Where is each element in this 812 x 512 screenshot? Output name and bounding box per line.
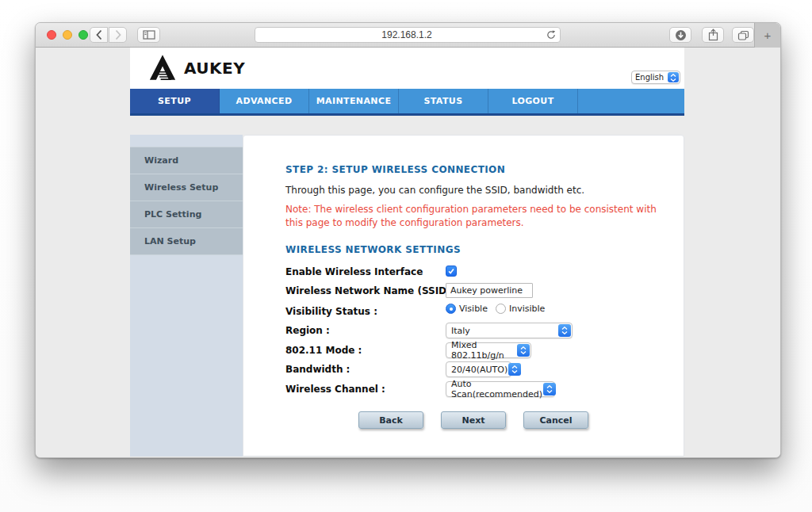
sidebar-item-plc-setting[interactable]: PLC Setting (130, 201, 243, 228)
language-select[interactable]: English (631, 71, 680, 84)
tab-setup[interactable]: SETUP (130, 89, 220, 113)
invisible-radio-label: Invisible (509, 304, 545, 314)
sidebar-item-wireless-setup[interactable]: Wireless Setup (130, 174, 243, 201)
tab-maintenance[interactable]: MAINTENANCE (309, 89, 399, 113)
sidebar-icon (143, 30, 155, 40)
language-select-value: English (635, 73, 664, 82)
field-row-enable-wireless: Enable Wireless Interface (285, 264, 666, 281)
ssid-input[interactable] (446, 283, 533, 298)
browser-toolbar: 192.168.1.2 (36, 23, 780, 48)
note-text: Note: The wireless client configuration … (285, 203, 666, 230)
step-title: STEP 2: SETUP WIRELESS CONNECTION (285, 164, 505, 175)
section-title: WIRELESS NETWORK SETTINGS (285, 244, 461, 255)
bandwidth-select[interactable]: 20/40(AUTO) (446, 361, 511, 377)
select-stepper-icon (668, 72, 679, 82)
field-row-channel: Wireless Channel : Auto Scan(recommended… (285, 381, 666, 399)
minimize-window-button[interactable] (63, 30, 72, 40)
reload-button[interactable] (544, 30, 558, 40)
site-header: AUKEY English (130, 48, 684, 89)
reload-icon (546, 30, 556, 40)
ssid-label: Wireless Network Name (SSID) : (285, 285, 458, 296)
enable-wireless-checkbox[interactable] (446, 266, 457, 277)
tab-logout[interactable]: LOGOUT (488, 89, 578, 113)
select-stepper-icon (508, 363, 521, 376)
visibility-label: Visibility Status : (285, 306, 377, 317)
tab-status[interactable]: STATUS (399, 89, 488, 113)
select-stepper-icon (543, 383, 556, 395)
chevron-left-icon (95, 29, 103, 40)
sidebar-toggle-button[interactable] (137, 27, 160, 43)
back-form-button[interactable]: Back (358, 411, 423, 429)
checkmark-icon (447, 267, 455, 275)
bandwidth-select-value: 20/40(AUTO) (451, 365, 508, 375)
field-row-mode: 802.11 Mode : Mixed 802.11b/g/n (285, 342, 666, 360)
tab-overview-button[interactable] (732, 27, 754, 43)
downloads-button[interactable] (669, 27, 691, 43)
close-window-button[interactable] (47, 30, 56, 40)
desktop: 192.168.1.2 (0, 0, 812, 512)
field-row-visibility: Visibility Status : Visible Invisible (285, 304, 666, 321)
field-row-region: Region : Italy (285, 323, 666, 340)
webpage: AUKEY English SETUP ADVANCED MAINTENANCE… (36, 48, 780, 458)
brand: AUKEY (147, 54, 245, 82)
main-navigation: SETUP ADVANCED MAINTENANCE STATUS LOGOUT (130, 89, 684, 116)
site-container: AUKEY English SETUP ADVANCED MAINTENANCE… (130, 48, 684, 458)
channel-label: Wireless Channel : (285, 384, 385, 395)
mode-select-value: Mixed 802.11b/g/n (451, 340, 516, 361)
zoom-window-button[interactable] (79, 30, 88, 40)
next-form-button[interactable]: Next (441, 411, 506, 429)
region-select-value: Italy (451, 326, 470, 336)
aukey-logo-icon (147, 54, 178, 82)
channel-select-value: Auto Scan(recommended) (451, 379, 542, 399)
spacer (130, 116, 684, 135)
field-row-ssid: Wireless Network Name (SSID) : (285, 283, 666, 300)
mode-select[interactable]: Mixed 802.11b/g/n (446, 342, 531, 358)
enable-wireless-label: Enable Wireless Interface (285, 266, 423, 277)
invisible-radio[interactable] (496, 304, 506, 314)
sidebar-item-lan-setup[interactable]: LAN Setup (130, 228, 243, 255)
select-stepper-icon (558, 324, 571, 337)
chevron-right-icon (114, 29, 122, 40)
forward-button[interactable] (109, 27, 127, 43)
content-panel: Wizard Wireless Setup PLC Setting LAN Se… (130, 135, 684, 457)
tab-advanced[interactable]: ADVANCED (220, 89, 309, 113)
description-text: Through this page, you can configure the… (285, 185, 584, 196)
select-stepper-icon (517, 344, 530, 357)
cancel-form-button[interactable]: Cancel (523, 411, 588, 429)
download-icon (675, 29, 687, 41)
window-controls (47, 30, 88, 40)
visible-radio[interactable] (446, 304, 456, 314)
region-label: Region : (285, 325, 330, 336)
tabs-icon (737, 30, 749, 40)
visible-radio-label: Visible (459, 304, 488, 314)
field-row-bandwidth: Bandwidth : 20/40(AUTO) (285, 361, 666, 379)
region-select[interactable]: Italy (446, 323, 573, 338)
new-tab-button[interactable]: + (754, 23, 780, 48)
sidebar-item-wizard[interactable]: Wizard (130, 147, 243, 174)
channel-select[interactable]: Auto Scan(recommended) (446, 381, 555, 397)
sidebar: Wizard Wireless Setup PLC Setting LAN Se… (130, 135, 243, 457)
brand-name: AUKEY (184, 59, 245, 78)
nav-filler (578, 89, 684, 113)
share-button[interactable] (702, 27, 724, 43)
main-content: STEP 2: SETUP WIRELESS CONNECTION Throug… (243, 135, 684, 457)
bandwidth-label: Bandwidth : (285, 364, 350, 375)
back-button[interactable] (90, 27, 108, 43)
mode-label: 802.11 Mode : (285, 345, 362, 356)
address-bar[interactable]: 192.168.1.2 (255, 27, 561, 43)
url-text: 192.168.1.2 (255, 29, 544, 40)
browser-window: 192.168.1.2 (35, 22, 781, 458)
sidebar-menu: Wizard Wireless Setup PLC Setting LAN Se… (130, 147, 243, 255)
share-icon (708, 29, 718, 41)
